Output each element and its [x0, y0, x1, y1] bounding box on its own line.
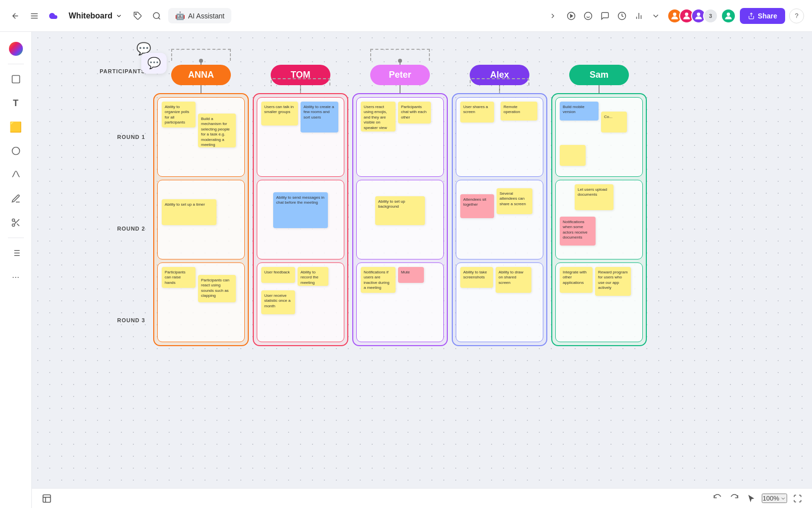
avatar-count: 3 — [703, 8, 718, 23]
topbar: Whiteboard 🤖 AI Assistant — [0, 0, 812, 32]
svg-rect-16 — [12, 76, 19, 83]
svg-rect-29 — [43, 495, 51, 502]
svg-point-12 — [685, 12, 689, 16]
back-button[interactable] — [8, 8, 23, 23]
peter-r2: Ability to set up background — [356, 180, 444, 259]
peter-column: Users react using emojis, and they are v… — [352, 93, 448, 346]
tag-button[interactable] — [130, 8, 145, 23]
svg-point-11 — [673, 12, 677, 16]
sidebar-item-select[interactable] — [5, 68, 27, 90]
more-button[interactable] — [648, 8, 663, 23]
whiteboard-title[interactable]: Whiteboard — [65, 9, 126, 22]
alex-r3: Ability to take screenshots Ability to d… — [456, 262, 543, 342]
round3-label: ROUND 3 — [72, 276, 145, 364]
sticky-note: Notifications when some actors receive d… — [560, 217, 596, 246]
anna-column: Ability to organize polls for all partic… — [153, 93, 249, 346]
participants-label: PARTICIPANTS — [100, 68, 145, 74]
sticky-note: Several attendees can share a screen — [497, 188, 532, 214]
sidebar-item-text[interactable]: T — [5, 92, 27, 114]
alex-column: User shares a screen Remote operation At… — [452, 93, 547, 346]
sam-r1: Build mobile version Co... — [555, 97, 643, 177]
topbar-right: 3 Share ? — [546, 8, 804, 24]
chat-button[interactable] — [598, 8, 612, 23]
sam-column: Build mobile version Co... Let users upl… — [551, 93, 647, 346]
sidebar-item-color[interactable] — [5, 38, 27, 60]
sticky-note: Integrate with other applications — [560, 267, 593, 293]
tom-r1: Users can talk in smaller groups Ability… — [257, 97, 344, 177]
reaction-button[interactable] — [581, 8, 596, 23]
menu-button[interactable] — [27, 8, 42, 23]
sticky-note: Users react using emojis, and they are v… — [361, 102, 396, 131]
sidebar-item-more[interactable]: ··· — [5, 266, 27, 288]
share-button[interactable]: Share — [740, 8, 785, 24]
ai-assistant-button[interactable]: 🤖 AI Assistant — [168, 8, 231, 23]
cursor-button[interactable] — [745, 492, 758, 505]
share-label: Share — [758, 12, 777, 20]
help-button[interactable]: ? — [789, 8, 804, 23]
tom-column: Users can talk in smaller groups Ability… — [253, 93, 348, 346]
sticky-note: Ability to create a few rooms and sort u… — [301, 102, 338, 132]
canvas[interactable]: 💬 PARTICIPANTS ANNA TOM — [32, 32, 812, 488]
sidebar-item-note[interactable]: 🟨 — [5, 116, 27, 138]
svg-point-1 — [153, 12, 159, 18]
sidebar-item-pen[interactable] — [5, 188, 27, 210]
sticky-note: Notifications if users are inactive duri… — [361, 267, 396, 293]
sidebar-divider-1 — [8, 64, 24, 64]
sticky-note: Participants chat with each other — [398, 102, 431, 124]
expand-button[interactable] — [546, 9, 560, 23]
sticky-note: Reward program for users who use our app… — [595, 267, 631, 296]
sidebar: T 🟨 ··· — [0, 32, 32, 508]
undo-button[interactable] — [711, 492, 724, 505]
sticky-note: Ability to set up background — [375, 196, 425, 225]
sticky-note: Let users upload documents — [575, 184, 613, 210]
sticky-note: Co... — [601, 112, 627, 132]
anna-badge: ANNA — [171, 65, 231, 85]
timeline-button[interactable] — [40, 492, 54, 506]
title-text: Whiteboard — [69, 11, 112, 20]
topbar-left: Whiteboard 🤖 AI Assistant — [8, 8, 542, 23]
peter-r3: Notifications if users are inactive duri… — [356, 262, 444, 342]
redo-button[interactable] — [728, 492, 741, 505]
ai-assistant-label: AI Assistant — [188, 12, 224, 20]
sticky-note: Mute — [398, 267, 424, 283]
timer-button[interactable] — [614, 8, 629, 23]
sidebar-item-curve[interactable] — [5, 164, 27, 186]
round1-label: ROUND 1 — [72, 93, 145, 181]
cloud-icon[interactable] — [46, 8, 61, 23]
svg-point-14 — [727, 12, 730, 16]
anna-r1: Ability to organize polls for all partic… — [157, 97, 245, 177]
sidebar-divider-2 — [8, 238, 24, 238]
svg-point-18 — [12, 219, 14, 222]
sticky-note: Build mobile version — [560, 102, 599, 121]
svg-line-22 — [14, 221, 15, 223]
avatar-self — [721, 8, 736, 23]
peter-badge: Peter — [370, 65, 430, 85]
fullscreen-button[interactable] — [791, 492, 804, 505]
bottombar-left — [40, 492, 54, 506]
sticky-note: Build a mechanism for selecting people f… — [198, 114, 236, 147]
svg-marker-3 — [571, 14, 573, 17]
zoom-control[interactable]: 100% — [762, 494, 787, 503]
sam-badge: Sam — [569, 65, 629, 85]
toolbar-icons — [564, 8, 663, 23]
round2-label: ROUND 2 — [72, 185, 145, 272]
anna-r2: Ability to set up a timer — [157, 180, 245, 259]
sticky-note: Participants can react using sounds such… — [198, 275, 236, 302]
sidebar-item-list[interactable] — [5, 242, 27, 264]
sticky-note — [560, 145, 586, 166]
anna-r3: Participants can raise hands Participant… — [157, 262, 245, 342]
play-button[interactable] — [564, 8, 579, 23]
sticky-note: Ability to record the meeting — [298, 267, 328, 286]
alex-r1: User shares a screen Remote operation — [456, 97, 543, 177]
tom-r3: User feedback Ability to record the meet… — [257, 262, 344, 342]
svg-point-13 — [697, 12, 701, 16]
zoom-level: 100% — [763, 495, 779, 502]
search-button[interactable] — [149, 8, 164, 23]
bottombar: 100% — [32, 488, 812, 508]
chat-decoration: 💬 — [141, 53, 167, 74]
peter-r1: Users react using emojis, and they are v… — [356, 97, 444, 177]
chart-button[interactable] — [631, 8, 646, 23]
sticky-note: Attendees sit together — [460, 194, 494, 218]
sidebar-item-scissors[interactable] — [5, 212, 27, 234]
sidebar-item-shape[interactable] — [5, 140, 27, 162]
